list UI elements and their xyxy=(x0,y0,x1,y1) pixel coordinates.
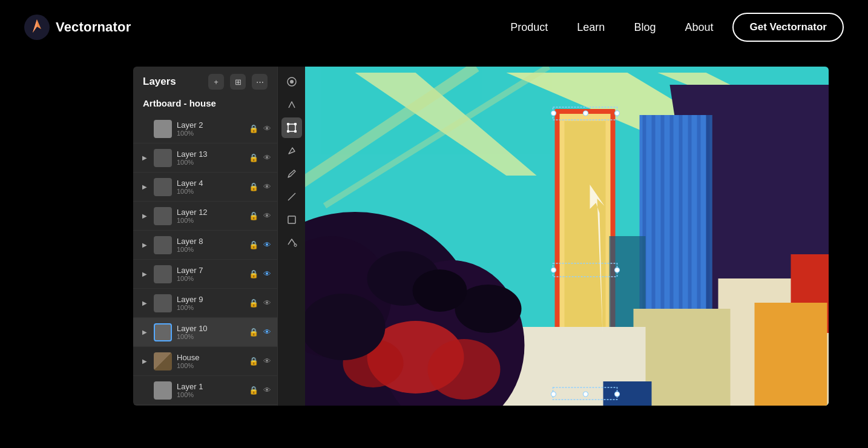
layer-item[interactable]: ▶ Layer 12 100% 🔒 👁 xyxy=(133,202,277,231)
layer-item[interactable]: ▶ Layer 4 100% 🔒 👁 xyxy=(133,173,277,202)
nav-link-blog[interactable]: Blog xyxy=(634,21,656,34)
lock-icon[interactable]: 🔒 xyxy=(249,269,258,278)
pencil-tool-button[interactable] xyxy=(281,163,302,184)
svg-point-52 xyxy=(615,111,620,116)
layer-expand: ▶ xyxy=(139,327,150,338)
layer-opacity: 100% xyxy=(177,304,246,311)
canvas-area[interactable] xyxy=(305,67,829,406)
svg-point-44 xyxy=(413,269,467,312)
layer-info: Layer 12 100% xyxy=(177,208,246,224)
layer-thumb xyxy=(154,120,172,138)
layer-item[interactable]: Layer 1 100% 🔒 👁 xyxy=(133,376,277,405)
layer-name: Layer 1 xyxy=(177,382,246,391)
layer-expand: ▶ xyxy=(139,182,150,193)
layer-name: Layer 7 xyxy=(177,266,246,275)
visibility-icon[interactable]: 👁 xyxy=(263,124,271,133)
layer-expand xyxy=(139,124,150,134)
layer-opacity: 100% xyxy=(177,275,246,282)
nav-link-product[interactable]: Product xyxy=(510,21,548,34)
panel-header: Layers + ⊞ ⋯ xyxy=(133,67,277,94)
svg-rect-6 xyxy=(287,130,289,133)
logo-link[interactable]: Vectornator xyxy=(24,15,131,40)
svg-point-51 xyxy=(584,111,588,116)
svg-rect-5 xyxy=(294,123,297,125)
layer-opacity: 100% xyxy=(177,130,246,137)
lock-icon[interactable]: 🔒 xyxy=(249,298,258,308)
layer-info: Layer 9 100% xyxy=(177,295,246,311)
nav-link-about[interactable]: About xyxy=(685,21,713,34)
layer-expand: ▶ xyxy=(139,298,150,309)
layer-thumb xyxy=(154,265,172,283)
layer-expand xyxy=(139,385,150,396)
panel-sort-icon[interactable]: ⊞ xyxy=(230,74,246,90)
layer-item[interactable]: ▶ Layer 13 100% 🔒 👁 xyxy=(133,143,277,173)
layer-item[interactable]: ▶ Layer 7 100% 🔒 👁 xyxy=(133,260,277,289)
visibility-icon[interactable]: 👁 xyxy=(263,182,271,191)
layer-opacity: 100% xyxy=(177,362,246,369)
nav-link-learn[interactable]: Learn xyxy=(577,21,605,34)
svg-rect-32 xyxy=(755,303,827,406)
layer-item[interactable]: ▶ Layer 9 100% 🔒 👁 xyxy=(133,289,277,318)
layer-thumb xyxy=(154,236,172,254)
panel-title: Layers xyxy=(143,76,176,88)
layer-name: House xyxy=(177,353,246,362)
layer-item[interactable]: ▶ Layer 8 100% 🔒 👁 xyxy=(133,231,277,260)
visibility-icon[interactable]: 👁 xyxy=(263,298,271,308)
lock-icon[interactable]: 🔒 xyxy=(249,153,258,162)
layer-name: Layer 10 xyxy=(177,324,246,333)
svg-point-53 xyxy=(551,268,556,272)
pen-tool-button[interactable] xyxy=(281,140,302,161)
line-tool-button[interactable] xyxy=(281,186,302,207)
layer-info: Layer 2 100% xyxy=(177,120,246,137)
layer-opacity: 100% xyxy=(177,217,246,224)
layer-info: Layer 13 100% xyxy=(177,150,246,166)
layer-info: Layer 7 100% xyxy=(177,266,246,282)
layer-name: Layer 13 xyxy=(177,150,246,159)
visibility-icon[interactable]: 👁 xyxy=(263,240,271,249)
fill-tool-button[interactable] xyxy=(281,232,302,253)
layer-item[interactable]: Layer 2 100% 🔒 👁 xyxy=(133,114,277,143)
layer-item-active[interactable]: ▶ Layer 10 100% 🔒 👁 xyxy=(133,318,277,347)
get-vectornator-button[interactable]: Get Vectornator xyxy=(732,13,844,42)
shape-tool-button[interactable] xyxy=(281,209,302,230)
lock-icon[interactable]: 🔒 xyxy=(249,386,258,395)
visibility-icon[interactable]: 👁 xyxy=(263,153,271,162)
layer-info: House 100% xyxy=(177,353,246,369)
lock-icon[interactable]: 🔒 xyxy=(249,124,258,133)
layer-item-house[interactable]: ▶ House 100% 🔒 👁 xyxy=(133,347,277,376)
layer-name: Layer 4 xyxy=(177,179,246,188)
svg-line-8 xyxy=(288,193,295,200)
layer-thumb xyxy=(154,381,172,400)
layer-name: Layer 12 xyxy=(177,208,246,217)
transform-tool-button[interactable] xyxy=(281,117,302,138)
layer-actions: 🔒 👁 xyxy=(249,240,271,249)
layer-actions: 🔒 👁 xyxy=(249,386,271,395)
lock-icon[interactable]: 🔒 xyxy=(249,211,258,220)
artboard-label: Artboard - house xyxy=(133,94,277,114)
svg-point-57 xyxy=(615,392,620,397)
lock-icon[interactable]: 🔒 xyxy=(249,328,258,337)
lock-icon[interactable]: 🔒 xyxy=(249,357,258,366)
lock-icon[interactable]: 🔒 xyxy=(249,240,258,249)
svg-point-55 xyxy=(551,392,556,397)
layer-thumb xyxy=(154,294,172,312)
selection-tool-button[interactable] xyxy=(281,71,302,92)
visibility-icon[interactable]: 👁 xyxy=(263,269,271,278)
layer-expand: ▶ xyxy=(139,211,150,222)
layer-name: Layer 8 xyxy=(177,237,246,246)
lock-icon[interactable]: 🔒 xyxy=(249,182,258,191)
visibility-icon[interactable]: 👁 xyxy=(263,328,271,337)
layer-thumb xyxy=(154,149,172,167)
navbar: Vectornator Product Learn Blog About Get… xyxy=(0,0,868,54)
layer-info: Layer 8 100% xyxy=(177,237,246,253)
layers-panel: Layers + ⊞ ⋯ Artboard - house Layer 2 10… xyxy=(133,67,277,406)
visibility-icon[interactable]: 👁 xyxy=(263,386,271,395)
layer-actions: 🔒 👁 xyxy=(249,124,271,133)
visibility-icon[interactable]: 👁 xyxy=(263,357,271,366)
panel-more-icon[interactable]: ⋯ xyxy=(252,74,268,90)
node-tool-button[interactable] xyxy=(281,94,302,115)
visibility-icon[interactable]: 👁 xyxy=(263,211,271,220)
panel-add-icon[interactable]: + xyxy=(208,74,224,90)
layer-actions: 🔒 👁 xyxy=(249,269,271,278)
svg-point-50 xyxy=(551,111,556,116)
